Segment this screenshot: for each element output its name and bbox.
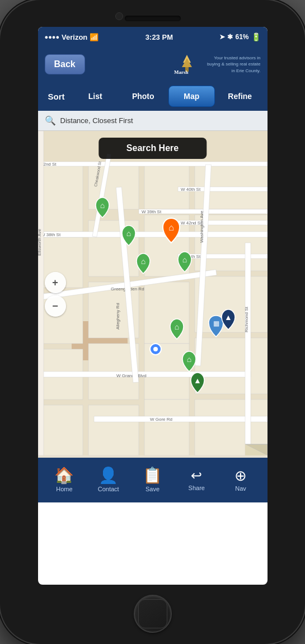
bluetooth-icon: ✱ (227, 33, 233, 41)
svg-rect-25 (144, 399, 189, 455)
svg-text:⌂: ⌂ (182, 255, 186, 264)
svg-text:Allegheny Rd: Allegheny Rd (115, 303, 120, 330)
nav-icon: ⊕ (234, 468, 247, 483)
svg-text:▦: ▦ (213, 319, 219, 327)
search-icon: 🔍 (45, 115, 56, 126)
tab-bar: Sort List Photo Map Refine (38, 82, 268, 111)
nav-share-label: Share (189, 485, 205, 491)
svg-rect-27 (38, 162, 268, 166)
svg-text:W Gore Rd: W Gore Rd (150, 417, 172, 422)
svg-text:▲: ▲ (224, 313, 232, 322)
svg-text:⌂: ⌂ (174, 322, 179, 331)
svg-text:W 38th St: W 38th St (41, 232, 61, 237)
carrier-label: Verizon (62, 33, 87, 41)
contact-icon: 👤 (98, 468, 118, 483)
battery-percent: 61% (235, 33, 248, 41)
nav-share[interactable]: ↪ Share (180, 469, 213, 491)
svg-text:⌂: ⌂ (126, 229, 130, 238)
svg-text:W 39th St: W 39th St (142, 209, 162, 214)
logo-tagline: Your trusted advisors inbuying & selling… (207, 55, 261, 74)
status-bar: ●●●● Verizon 📶 3:23 PM ➤ ✱ 61% 🔋 (38, 27, 268, 47)
signal-icon: ●●●● (45, 34, 60, 40)
logo-text: Your trusted advisors inbuying & selling… (207, 55, 261, 74)
nav-home[interactable]: 🏠 Home (48, 468, 81, 492)
tab-sort[interactable]: Sort (43, 87, 71, 106)
tab-map[interactable]: Map (168, 86, 215, 107)
phone-frame: ●●●● Verizon 📶 3:23 PM ➤ ✱ 61% 🔋 Back (0, 0, 305, 644)
svg-text:⌂: ⌂ (186, 355, 191, 364)
svg-rect-43 (94, 416, 268, 422)
header-logo: Marsh Your trusted advisors inbuying & s… (172, 53, 261, 76)
svg-text:W 40th St: W 40th St (181, 187, 201, 192)
nav-save[interactable]: 📋 Save (135, 468, 169, 492)
zoom-in-button[interactable]: + (45, 272, 66, 293)
svg-text:⌂: ⌂ (100, 201, 104, 210)
svg-point-63 (153, 347, 158, 351)
nav-contact[interactable]: 👤 Contact (92, 468, 125, 492)
svg-text:Washington Ave: Washington Ave (199, 210, 204, 243)
status-left: ●●●● Verizon 📶 (45, 33, 99, 41)
svg-rect-51 (245, 243, 251, 455)
filter-text: Distance, Closest First (60, 116, 133, 125)
map-area[interactable]: Search Here (38, 131, 268, 458)
svg-text:Ellsworth Ave: Ellsworth Ave (38, 229, 42, 256)
bottom-nav: 🏠 Home 👤 Contact 📋 Save ↪ Share ⊕ Nav (38, 458, 268, 502)
svg-rect-22 (195, 338, 268, 394)
camera (115, 12, 123, 20)
zoom-controls: + − (45, 272, 66, 317)
zoom-out-button[interactable]: − (45, 295, 66, 317)
battery-icon: 🔋 (251, 32, 261, 41)
nav-nav[interactable]: ⊕ Nav (224, 468, 257, 492)
map-svg: 32nd St W 38th St W 39th St W 40th St W … (38, 131, 268, 455)
svg-text:⌂: ⌂ (168, 223, 174, 232)
save-icon: 📋 (143, 468, 162, 483)
tab-photo[interactable]: Photo (120, 86, 166, 107)
svg-text:Marsh: Marsh (174, 69, 189, 75)
marsh-logo-svg: Marsh (172, 53, 203, 76)
home-icon: 🏠 (54, 468, 74, 483)
nav-save-label: Save (146, 486, 159, 492)
wifi-icon: 📶 (90, 33, 98, 41)
svg-text:⌂: ⌂ (140, 257, 145, 266)
svg-text:▲: ▲ (194, 376, 201, 385)
status-time: 3:23 PM (146, 33, 173, 41)
svg-text:W Grandv      Blvd: W Grandv Blvd (116, 373, 147, 378)
speaker (125, 16, 181, 21)
nav-home-label: Home (56, 486, 72, 492)
svg-rect-45 (38, 131, 44, 455)
tab-refine[interactable]: Refine (217, 86, 263, 107)
home-button-inner (138, 599, 167, 628)
location-icon: ➤ (219, 33, 225, 41)
header-bar: Back Marsh Your trusted advisors inbuyin… (38, 47, 268, 82)
svg-rect-6 (38, 164, 83, 232)
svg-text:Richmond St: Richmond St (244, 306, 249, 332)
svg-rect-24 (88, 405, 139, 455)
tab-list[interactable]: List (73, 86, 119, 107)
nav-nav-label: Nav (235, 485, 246, 492)
screen: ●●●● Verizon 📶 3:23 PM ➤ ✱ 61% 🔋 Back (38, 27, 268, 585)
svg-rect-17 (144, 282, 189, 344)
share-icon: ↪ (191, 469, 202, 482)
nav-contact-label: Contact (98, 486, 119, 492)
search-here-button[interactable]: Search Here (98, 138, 207, 159)
filter-bar: 🔍 Distance, Closest First (38, 111, 268, 131)
svg-rect-29 (38, 232, 268, 237)
home-button[interactable] (134, 595, 172, 633)
status-right: ➤ ✱ 61% 🔋 (219, 32, 260, 41)
svg-rect-23 (38, 405, 83, 455)
back-button[interactable]: Back (45, 54, 85, 74)
